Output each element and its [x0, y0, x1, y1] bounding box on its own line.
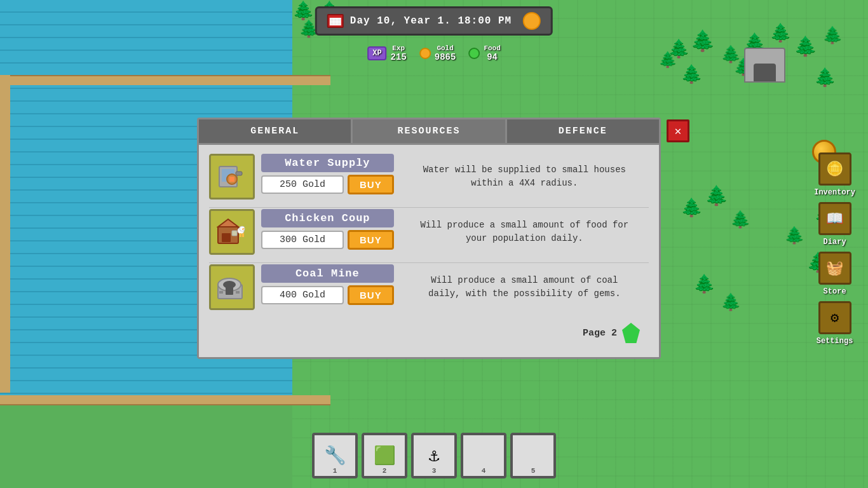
sidebar-item-settings[interactable]: ⚙️ Settings — [817, 301, 853, 346]
water-supply-details: Water Supply 250 Gold BUY — [261, 154, 394, 200]
chicken-coup-price-row: 300 Gold BUY — [261, 230, 394, 250]
gold-label: Gold — [437, 44, 453, 52]
sidebar-item-inventory[interactable]: 🪙 Inventory — [814, 152, 855, 197]
gold-icon — [419, 48, 431, 59]
shore-bottom — [0, 395, 330, 405]
toolbar-slot-2[interactable]: 🟩 2 — [362, 433, 407, 478]
page-navigation: Page 2 — [209, 318, 649, 348]
xp-stat: XP Exp 215 — [367, 44, 407, 62]
coal-mine-details: Coal Mine 400 Gold BUY — [261, 264, 394, 310]
sidebar-right: 🪙 Inventory 📖 Diary 🧺 Store ⚙️ Settings — [814, 152, 855, 346]
datetime-box: Day 10, Year 1. 18:00 PM — [315, 6, 553, 36]
shop-row-water: Water Supply 250 Gold BUY Water will be … — [209, 154, 649, 200]
hud-datetime-container: Day 10, Year 1. 18:00 PM — [315, 6, 553, 36]
svg-rect-4 — [236, 172, 242, 175]
coal-mine-buy-button[interactable]: BUY — [348, 285, 394, 305]
svg-rect-3 — [229, 177, 234, 182]
inventory-icon-box: 🪙 — [818, 152, 851, 186]
tab-general[interactable]: GENERAL — [199, 119, 353, 143]
food-icon — [468, 48, 480, 59]
slot-2-label: 2 — [383, 467, 387, 475]
close-button[interactable]: ✕ — [667, 119, 689, 142]
svg-marker-6 — [218, 219, 238, 227]
xp-values: Exp 215 — [391, 44, 407, 62]
gem-icon — [622, 323, 640, 343]
tree-decoration: 🌲 — [794, 35, 817, 58]
shop-row-chicken: Chicken Coup 300 Gold BUY Will produce a… — [209, 209, 649, 255]
chicken-coup-price: 300 Gold — [261, 231, 344, 249]
chicken-coup-details: Chicken Coup 300 Gold BUY — [261, 209, 394, 255]
stats-bar: XP Exp 215 Gold 9865 Food 94 — [367, 44, 501, 62]
store-icon-box: 🧺 — [818, 252, 851, 285]
chicken-coup-icon — [209, 209, 255, 255]
water-supply-buy-button[interactable]: BUY — [348, 175, 394, 194]
store-label: Store — [824, 287, 846, 296]
svg-rect-13 — [242, 233, 244, 237]
tree-decoration: 🌲 — [681, 197, 703, 219]
settings-icon-box: ⚙️ — [818, 301, 851, 334]
stone-cave — [744, 48, 785, 83]
slot-5-label: 5 — [531, 467, 536, 475]
slot-2-icon: 🟩 — [374, 445, 396, 466]
toolbar-slot-4[interactable]: 4 — [461, 433, 506, 478]
cave-entrance — [754, 64, 776, 81]
tree-decoration: 🌲 — [705, 184, 728, 208]
slot-1-label: 1 — [333, 467, 337, 475]
sidebar-item-store[interactable]: 🧺 Store — [818, 252, 851, 296]
water-supply-description: Water will be supplied to small houses w… — [400, 154, 649, 200]
coal-mine-name: Coal Mine — [261, 264, 394, 283]
toolbar-slot-1[interactable]: 🔧 1 — [312, 433, 358, 478]
water-supply-price-row: 250 Gold BUY — [261, 175, 394, 194]
tree-decoration: 🌲 — [730, 210, 750, 230]
shop-row-coal: Coal Mine 400 Gold BUY Will produce a sm… — [209, 264, 649, 310]
exp-label: Exp — [392, 44, 405, 52]
divider-1 — [209, 207, 649, 208]
tab-resources[interactable]: RESOURCES — [353, 119, 506, 143]
page-label: Page 2 — [583, 328, 617, 339]
tree-decoration: 🌲 — [681, 64, 703, 85]
tree-decoration: 🌲 — [784, 226, 804, 246]
gold-stat: Gold 9865 — [419, 44, 456, 62]
toolbar-slot-3[interactable]: ⚓ 3 — [411, 433, 457, 478]
water-supply-price: 250 Gold — [261, 175, 344, 194]
coal-mine-svg — [217, 272, 247, 302]
water-supply-icon — [209, 154, 255, 200]
slot-3-label: 3 — [432, 467, 437, 475]
diary-label: Diary — [824, 238, 846, 247]
water-supply-svg — [217, 161, 247, 192]
settings-label: Settings — [817, 337, 853, 346]
slot-1-icon: 🔧 — [324, 445, 346, 466]
toolbar-bottom: 🔧 1 🟩 2 ⚓ 3 4 5 — [312, 433, 556, 478]
chicken-coup-svg — [217, 217, 247, 247]
slot-3-icon: ⚓ — [429, 445, 440, 466]
coal-mine-price-row: 400 Gold BUY — [261, 285, 394, 305]
tab-bar: GENERAL RESOURCES DEFENCE — [199, 119, 659, 145]
svg-rect-19 — [236, 291, 240, 294]
tab-defence[interactable]: DEFENCE — [507, 119, 659, 143]
sidebar-item-diary[interactable]: 📖 Diary — [818, 202, 851, 247]
divider-2 — [209, 262, 649, 263]
inventory-label: Inventory — [814, 188, 855, 197]
shop-content: Water Supply 250 Gold BUY Water will be … — [199, 145, 659, 357]
water-supply-name: Water Supply — [261, 154, 394, 172]
toolbar-slot-5[interactable]: 5 — [510, 433, 556, 478]
food-value: 94 — [487, 52, 498, 62]
gold-value: 9865 — [435, 52, 456, 62]
tree-decoration: 🌲 — [721, 292, 741, 313]
shore-top — [0, 75, 330, 85]
svg-rect-17 — [226, 285, 233, 295]
shore-left — [0, 75, 10, 393]
food-values: Food 94 — [484, 44, 500, 62]
svg-rect-18 — [219, 291, 223, 294]
shop-panel: GENERAL RESOURCES DEFENCE ✕ — [197, 118, 661, 359]
svg-rect-7 — [222, 233, 231, 242]
diary-icon-box: 📖 — [818, 202, 851, 235]
chicken-coup-name: Chicken Coup — [261, 209, 394, 227]
svg-rect-12 — [240, 233, 241, 237]
coal-mine-price: 400 Gold — [261, 286, 344, 304]
coal-mine-icon — [209, 264, 255, 310]
sun-icon — [523, 12, 541, 30]
gold-values: Gold 9865 — [435, 44, 456, 62]
tree-decoration: 🌲 — [690, 29, 715, 54]
chicken-coup-buy-button[interactable]: BUY — [348, 230, 394, 250]
